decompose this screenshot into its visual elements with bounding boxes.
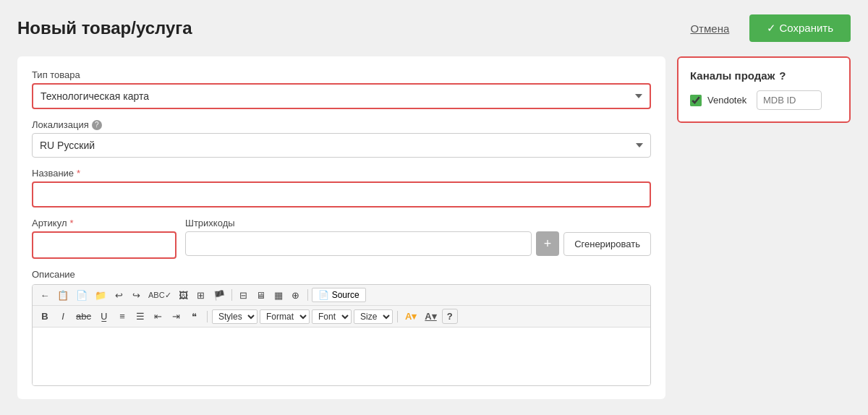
editor-layout-btn[interactable]: ⊟ [236,288,252,302]
unordered-list-button[interactable]: ☰ [132,309,148,323]
editor-toolbar-1: ← 📋 📄 📁 ↩ ↪ ABC✓ 🖼 ⊞ 🏴 ⊟ 🖥 ▦ [33,285,650,306]
editor-paste2-btn[interactable]: 📁 [92,288,109,302]
editor-toolbar-2: B I abc U̲ ≡ ☰ ⇤ ⇥ ❝ Styles [33,306,650,328]
underline-button[interactable]: U̲ [96,309,112,323]
source-page-icon: 📄 [318,290,329,300]
bg-color-button[interactable]: A▾ [422,309,439,323]
toolbar-separator-2 [307,289,308,301]
artikul-group: Артикул* [32,218,176,259]
barcode-input[interactable] [185,231,532,256]
sales-channels-title: Каналы продаж ? [690,69,838,82]
ordered-list-button[interactable]: ≡ [114,309,130,323]
editor-spellcheck-btn[interactable]: ABC✓ [145,289,174,301]
format-select[interactable]: Format [260,309,310,324]
localization-help-icon[interactable]: ? [92,120,102,130]
description-label: Описание [32,269,651,280]
barcode-group: Штрихкоды + Сгенерировать [185,218,651,256]
product-type-group: Тип товара Технологическая карта [32,69,651,109]
editor-arrow-left-btn[interactable]: ← [37,288,53,302]
localization-select[interactable]: RU Русский [32,133,651,158]
right-panel: Каналы продаж ? Vendotek [677,56,851,123]
indent-button[interactable]: ⇥ [169,309,184,323]
barcode-label: Штрихкоды [185,218,651,228]
text-color-button[interactable]: A▾ [402,309,420,323]
source-label: Source [332,290,359,300]
sales-channels-help-icon[interactable]: ? [779,69,786,82]
toolbar-separator-1 [231,289,232,301]
size-select[interactable]: Size [354,309,393,324]
editor-link-btn[interactable]: ⊕ [288,288,304,302]
editor-flag-btn[interactable]: 🏴 [210,288,228,302]
name-input[interactable] [32,181,651,208]
cancel-button[interactable]: Отмена [681,17,738,40]
left-panel: Тип товара Технологическая карта Локализ… [17,56,665,399]
product-type-select[interactable]: Технологическая карта [32,83,651,109]
bold-button[interactable]: B [37,309,53,323]
toolbar-separator-4 [397,311,398,322]
name-group: Название* [32,168,651,208]
outdent-button[interactable]: ⇤ [150,309,166,323]
editor-paste-btn[interactable]: 📄 [73,288,90,302]
product-type-label: Тип товара [32,69,651,80]
editor-img-btn[interactable]: 🖼 [176,288,192,302]
editor-copy-btn[interactable]: 📋 [54,288,72,302]
blockquote-button[interactable]: ❝ [187,309,203,323]
editor-body[interactable] [33,328,650,385]
localization-group: Локализация ? RU Русский [32,119,651,158]
styles-select[interactable]: Styles [212,309,258,324]
editor-grid-btn[interactable]: ▦ [271,288,286,302]
artikul-barcode-row: Артикул* Штрихкоды + Сгенерировать [32,218,651,259]
name-label: Название* [32,168,651,179]
page-title: Новый товар/услуга [17,18,192,38]
vendotek-checkbox[interactable] [690,95,702,106]
toolbar-separator-3 [207,311,208,322]
font-select[interactable]: Font [312,309,352,324]
mdb-id-input[interactable] [757,90,822,110]
save-button[interactable]: ✓ Сохранить [749,14,851,42]
add-barcode-button[interactable]: + [536,231,559,256]
localization-label: Локализация ? [32,119,651,130]
italic-button[interactable]: I [55,309,71,323]
help-button[interactable]: ? [442,309,458,324]
editor-preview-btn[interactable]: 🖥 [253,288,269,302]
editor-container: ← 📋 📄 📁 ↩ ↪ ABC✓ 🖼 ⊞ 🏴 ⊟ 🖥 ▦ [32,284,651,386]
vendotek-label: Vendotek [707,95,751,106]
header-actions: Отмена ✓ Сохранить [681,14,851,42]
editor-redo-btn[interactable]: ↪ [128,288,144,302]
description-group: Описание ← 📋 📄 📁 ↩ ↪ ABC✓ 🖼 ⊞ 🏴 [32,269,651,386]
strikethrough-button[interactable]: abc [73,309,94,323]
channel-row-vendotek: Vendotek [690,90,838,110]
header: Новый товар/услуга Отмена ✓ Сохранить [17,14,851,42]
barcode-row: + Сгенерировать [185,231,651,256]
artikul-label: Артикул* [32,218,176,228]
main-content: Тип товара Технологическая карта Локализ… [17,56,851,399]
editor-undo-btn[interactable]: ↩ [111,288,127,302]
editor-table-btn[interactable]: ⊞ [193,288,209,302]
source-button[interactable]: 📄 Source [312,288,366,302]
artikul-input[interactable] [32,231,176,259]
generate-barcode-button[interactable]: Сгенерировать [563,232,651,256]
page-wrapper: Новый товар/услуга Отмена ✓ Сохранить Ти… [0,0,868,415]
